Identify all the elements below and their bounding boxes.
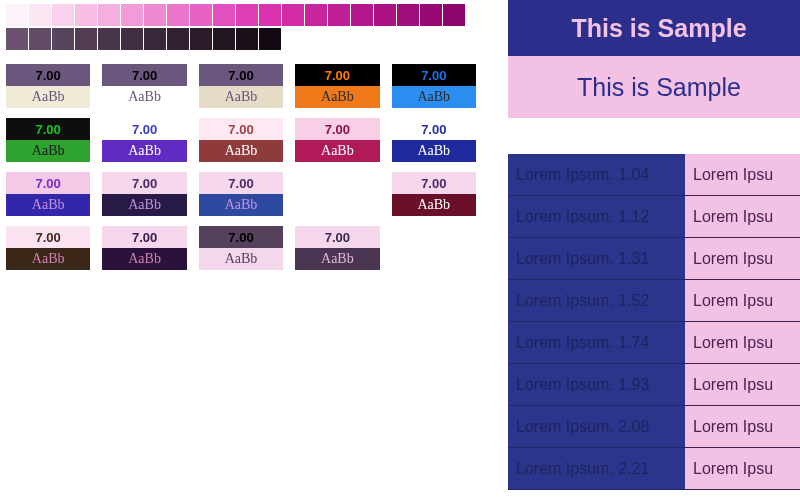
sample-table: Lorem Ipsum. 1.04Lorem Ipsum. 1.12Lorem … <box>508 154 800 490</box>
table-cell: Lorem Ipsu <box>685 448 800 490</box>
ramp-swatch[interactable] <box>374 4 396 26</box>
ramp-swatch[interactable] <box>52 4 74 26</box>
contrast-ratio-label: 7.00 <box>392 172 476 194</box>
sample-text: AaBb <box>392 140 476 162</box>
table-cell: Lorem Ipsu <box>685 406 800 448</box>
contrast-swatch[interactable]: 7.00AaBb <box>392 64 476 108</box>
table-cell: Lorem Ipsum. 1.52 <box>508 280 685 322</box>
table-cell: Lorem Ipsu <box>685 154 800 196</box>
sample-text: AaBb <box>102 194 186 216</box>
contrast-swatch[interactable]: 7.00AaBb <box>199 226 283 270</box>
contrast-swatch[interactable]: 7.00AaBb <box>392 118 476 162</box>
ramp-swatch[interactable] <box>190 28 212 50</box>
sample-text: AaBb <box>295 140 379 162</box>
ramp-swatch[interactable] <box>6 28 28 50</box>
contrast-swatch[interactable]: 7.00AaBb <box>199 118 283 162</box>
ramp-swatch[interactable] <box>328 4 350 26</box>
ramp-swatch[interactable] <box>75 28 97 50</box>
ramp-swatch[interactable] <box>121 4 143 26</box>
contrast-swatch[interactable]: 7.00AaBb <box>199 172 283 216</box>
ramp-swatch[interactable] <box>98 28 120 50</box>
contrast-swatch[interactable]: 7.00AaBb <box>6 226 90 270</box>
sample-text: AaBb <box>6 248 90 270</box>
ramp-swatch[interactable] <box>213 28 235 50</box>
right-pane: This is Sample This is Sample Lorem Ipsu… <box>508 0 800 500</box>
contrast-swatch[interactable]: 7.00AaBb <box>392 172 476 216</box>
ramp-swatch[interactable] <box>236 4 258 26</box>
ramp-swatch[interactable] <box>351 4 373 26</box>
ramp-swatch[interactable] <box>213 4 235 26</box>
contrast-swatch[interactable]: 7.00AaBb <box>102 64 186 108</box>
contrast-ratio-label: 7.00 <box>199 118 283 140</box>
contrast-swatch-grid: 7.00AaBb7.00AaBb7.00AaBb7.00AaBb7.00AaBb… <box>6 64 476 270</box>
table-cell: Lorem Ipsu <box>685 196 800 238</box>
ramp-swatch[interactable] <box>167 4 189 26</box>
contrast-swatch[interactable]: 7.00AaBb <box>295 64 379 108</box>
ramp-swatch[interactable] <box>144 28 166 50</box>
ramp-swatch[interactable] <box>144 4 166 26</box>
ramp-swatch[interactable] <box>167 28 189 50</box>
table-cell: Lorem Ipsu <box>685 322 800 364</box>
table-cell: Lorem Ipsu <box>685 238 800 280</box>
sample-text: AaBb <box>295 86 379 108</box>
ramp-swatch[interactable] <box>305 4 327 26</box>
sample-text: AaBb <box>199 140 283 162</box>
sample-text: AaBb <box>199 248 283 270</box>
sample-text: AaBb <box>102 248 186 270</box>
contrast-swatch[interactable]: 7.00AaBb <box>102 118 186 162</box>
sample-header-secondary: This is Sample <box>508 56 800 118</box>
ramp-swatch[interactable] <box>190 4 212 26</box>
ramp-swatch[interactable] <box>259 28 281 50</box>
table-column-2: Lorem IpsuLorem IpsuLorem IpsuLorem Ipsu… <box>685 154 800 490</box>
contrast-swatch[interactable]: 7.00AaBb <box>295 226 379 270</box>
ramp-swatch[interactable] <box>6 4 28 26</box>
table-cell: Lorem Ipsu <box>685 364 800 406</box>
contrast-ratio-label: 7.00 <box>6 118 90 140</box>
sample-text: AaBb <box>6 194 90 216</box>
ramp-swatch[interactable] <box>29 28 51 50</box>
contrast-ratio-label: 7.00 <box>6 64 90 86</box>
contrast-swatch[interactable]: 7.00AaBb <box>6 118 90 162</box>
contrast-swatch[interactable]: 7.00AaBb <box>199 64 283 108</box>
ramp-swatch[interactable] <box>443 4 465 26</box>
table-column-1: Lorem Ipsum. 1.04Lorem Ipsum. 1.12Lorem … <box>508 154 685 490</box>
table-cell: Lorem Ipsum. 1.93 <box>508 364 685 406</box>
ramp-swatch[interactable] <box>52 28 74 50</box>
ramp-swatch[interactable] <box>98 4 120 26</box>
contrast-swatch[interactable]: 7.00AaBb <box>102 226 186 270</box>
table-cell: Lorem Ipsum. 1.31 <box>508 238 685 280</box>
ramp-swatch[interactable] <box>397 4 419 26</box>
color-ramp-dark <box>6 28 484 50</box>
table-cell: Lorem Ipsum. 1.74 <box>508 322 685 364</box>
ramp-swatch[interactable] <box>29 4 51 26</box>
left-pane: 7.00AaBb7.00AaBb7.00AaBb7.00AaBb7.00AaBb… <box>0 0 490 274</box>
ramp-swatch[interactable] <box>282 4 304 26</box>
ramp-swatch[interactable] <box>121 28 143 50</box>
contrast-ratio-label: 7.00 <box>295 118 379 140</box>
table-cell: Lorem Ipsum. 2.21 <box>508 448 685 490</box>
sample-text: AaBb <box>6 140 90 162</box>
sample-text: AaBb <box>199 194 283 216</box>
color-ramp-light <box>6 4 484 26</box>
contrast-swatch[interactable]: 7.00AaBb <box>102 172 186 216</box>
ramp-swatch[interactable] <box>75 4 97 26</box>
contrast-swatch[interactable]: 7.00AaBb <box>295 118 379 162</box>
sample-text: AaBb <box>392 194 476 216</box>
contrast-swatch[interactable]: 7.00AaBb <box>6 172 90 216</box>
contrast-ratio-label: 7.00 <box>295 226 379 248</box>
table-cell: Lorem Ipsum. 2.08 <box>508 406 685 448</box>
ramp-swatch[interactable] <box>259 4 281 26</box>
sample-text: AaBb <box>295 248 379 270</box>
ramp-swatch[interactable] <box>236 28 258 50</box>
contrast-ratio-label: 7.00 <box>6 172 90 194</box>
contrast-swatch[interactable]: 7.00AaBb <box>6 64 90 108</box>
contrast-ratio-label: 7.00 <box>295 64 379 86</box>
contrast-ratio-label: 7.00 <box>102 118 186 140</box>
table-cell: Lorem Ipsum. 1.04 <box>508 154 685 196</box>
table-cell: Lorem Ipsum. 1.12 <box>508 196 685 238</box>
contrast-ratio-label: 7.00 <box>102 226 186 248</box>
contrast-ratio-label: 7.00 <box>199 64 283 86</box>
sample-text: AaBb <box>102 86 186 108</box>
sample-text: AaBb <box>392 86 476 108</box>
ramp-swatch[interactable] <box>420 4 442 26</box>
